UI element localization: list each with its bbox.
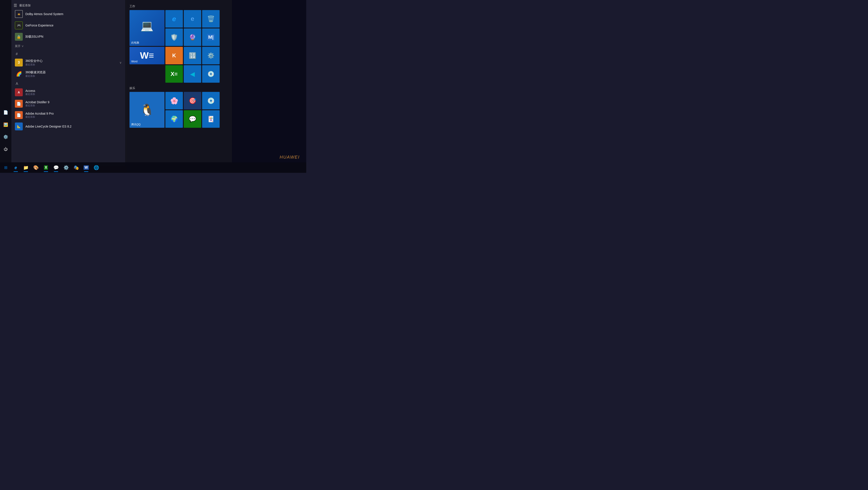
color-tb-icon: 🎨 [33,165,39,170]
360browser-info: 360极速浏览器 最近添加 [25,70,46,78]
word-tb-icon: W [84,165,89,170]
tile-computer[interactable]: 💻 此电脑 [129,10,164,46]
recycle-icon: 🗑️ [207,15,215,23]
access-info: Access 最近添加 [25,89,35,96]
tile-recycle[interactable]: 🗑️ [202,10,220,28]
tile-edge[interactable]: e [184,10,201,28]
edge-taskbar-btn[interactable]: e [11,163,21,172]
settings-taskbar-btn[interactable]: ⚙️ [61,163,71,172]
sslvpn-icon: 🔒 [15,33,23,41]
tile-calc[interactable]: 🔢 [184,47,201,64]
qq-tb-icon: 🎭 [73,165,79,170]
game-icon: 🎯 [189,97,196,104]
expand-row[interactable]: 展开 ∨ [11,42,125,50]
livecycle-icon: 📐 [15,123,23,130]
distiller-name: Acrobat Distiller 9 [25,100,50,104]
wechat-taskbar-btn[interactable]: 💬 [51,163,61,172]
tile-excel[interactable]: X≡ [165,65,183,83]
livecycle-name: Adobe LiveCycle Designer ES 8.2 [25,125,71,128]
360security-name: 360安全中心 [25,59,43,63]
distiller-subtitle: 最近添加 [25,104,50,107]
tile-ie[interactable]: e [165,10,183,28]
power-icon[interactable]: ⏻ [2,145,10,153]
360security-icon: 3 [15,59,23,66]
network-taskbar-btn[interactable]: 🌐 [91,163,101,172]
entertainment-tiles-grid: 🐧 腾讯QQ 🌸 🎯 💿 🌍 💬 [129,92,227,128]
app-item-acrobat[interactable]: 📄 Adobe Acrobat 9 Pro 最近添加 [11,110,125,121]
tile-pearl[interactable]: 🔮 [184,28,201,46]
huawei-label: HUAWEI [280,155,300,160]
dvd-icon: 💿 [207,97,215,104]
tile-settings[interactable]: ⚙️ [202,47,220,64]
tile-game[interactable]: 🎯 [184,92,201,110]
tile-wechat[interactable]: 💬 [184,110,201,128]
skype-icon: ◀ [190,70,195,78]
tile-defender[interactable]: 🛡️ [165,28,183,46]
tile-dvd[interactable]: 💿 [202,92,220,110]
360browser-name: 360极速浏览器 [25,70,46,74]
recently-added-header: 最近添加 [19,3,31,7]
word-label: Word [131,60,137,63]
app-item-sslvpn[interactable]: 🔒 卸载SSLVPN [11,31,125,42]
360browser-icon: 🌈 [15,70,23,78]
app-item-livecycle[interactable]: 📐 Adobe LiveCycle Designer ES 8.2 [11,121,125,132]
ie-icon: e [172,15,176,23]
qq-taskbar-btn[interactable]: 🎭 [71,163,81,172]
app-item-360browser[interactable]: 🌈 360极速浏览器 最近添加 [11,68,125,80]
qq-label: 腾讯QQ [131,123,141,126]
app-item-geforce[interactable]: 🎮 GeForce Experience [11,20,125,31]
tile-kingsoft[interactable]: K [165,47,183,64]
kingsoft-icon: K [172,53,176,59]
color-taskbar-btn[interactable]: 🎨 [31,163,41,172]
access-icon: A [15,88,23,96]
hamburger-button[interactable]: ☰ [13,3,17,8]
geforce-icon: 🎮 [15,22,23,29]
excel-taskbar-btn[interactable]: X [41,163,51,172]
tile-cards[interactable]: 🃏 [202,110,220,128]
tile-photos[interactable]: 🌸 [165,92,183,110]
image-icon[interactable]: 🖼️ [2,121,10,129]
distiller-info: Acrobat Distiller 9 最近添加 [25,100,50,107]
tiles-panel: 工作 💻 此电脑 e e 🗑️ 🛡️ [125,0,232,166]
tile-globe[interactable]: 🌍 [165,110,183,128]
tile-word[interactable]: W≡ Word [129,47,164,64]
odbc-icon: 💿 [207,71,214,78]
computer-icon: 💻 [141,20,154,32]
app-item-dolby[interactable]: 📻 Dolby Atmos Sound System [11,8,125,20]
wechat-tb-icon: 💬 [53,165,59,170]
edge-icon: e [191,15,194,22]
distiller-icon: 📄 [15,100,23,108]
acrobat-info: Adobe Acrobat 9 Pro 最近添加 [25,112,54,119]
expand-arrow-icon: ∨ [119,61,122,64]
word-taskbar-btn[interactable]: W [82,163,91,172]
app-item-360security[interactable]: 3 360安全中心 最近添加 ∨ [11,57,125,68]
explorer-taskbar-btn[interactable]: 📁 [21,163,31,172]
mail-icon: M| [207,34,215,40]
entertainment-section-label: 娱乐 [129,86,227,90]
alpha-a: A [11,80,125,87]
dolby-info: Dolby Atmos Sound System [25,12,63,16]
sslvpn-info: 卸载SSLVPN [25,35,43,39]
sslvpn-name: 卸载SSLVPN [25,35,43,39]
document-icon[interactable]: 📄 [2,109,10,116]
defender-icon: 🛡️ [170,34,178,41]
excel-tb-icon: X [44,165,48,170]
tile-skype[interactable]: ◀ [184,65,201,83]
access-subtitle: 最近添加 [25,93,35,96]
acrobat-name: Adobe Acrobat 9 Pro [25,112,54,115]
start-button[interactable]: ⊞ [1,163,10,172]
settings-icon[interactable]: ⚙️ [2,133,10,141]
tile-qq[interactable]: 🐧 腾讯QQ [129,92,164,128]
app-item-distiller[interactable]: 📄 Acrobat Distiller 9 最近添加 [11,98,125,110]
app-item-access[interactable]: A Access 最近添加 [11,87,125,98]
taskbar: ⊞ e 📁 🎨 X 💬 ⚙️ 🎭 W 🌐 [0,162,306,173]
work-tiles-row2: X≡ ◀ 💿 [129,65,227,83]
geforce-name: GeForce Experience [25,24,53,27]
tile-mail[interactable]: M| [202,28,220,46]
work-section-label: 工作 [129,4,227,8]
tile-odbc[interactable]: 💿 [202,65,220,83]
geforce-info: GeForce Experience [25,24,53,27]
livecycle-info: Adobe LiveCycle Designer ES 8.2 [25,125,71,128]
globe-icon: 🌍 [170,116,178,123]
acrobat-icon: 📄 [15,111,23,119]
